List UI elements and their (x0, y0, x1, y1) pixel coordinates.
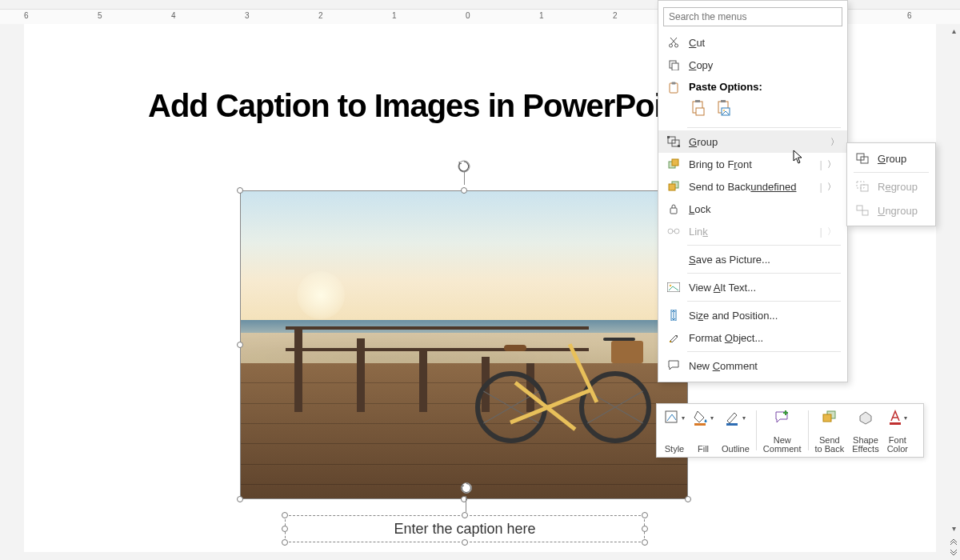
paste-use-destination-theme[interactable] (689, 98, 708, 118)
caption-rotate-connector (466, 496, 466, 512)
prev-slide-icon[interactable] (947, 534, 960, 547)
submenu-group[interactable]: Group {"p":"submenu.group","u":0} (847, 146, 935, 170)
svg-point-3 (675, 44, 678, 47)
menu-label: Link (689, 226, 708, 238)
group-icon (855, 151, 870, 166)
menu-label: Send to Backundefined (689, 181, 796, 193)
svg-point-0 (458, 161, 470, 172)
group-submenu: Group {"p":"submenu.group","u":0} Regrou… (846, 142, 936, 226)
menu-view-alt-text[interactable]: View Alt Text... {"p":"context_menu.alt_… (658, 276, 847, 298)
resize-handle-mr[interactable] (642, 526, 648, 532)
svg-point-29 (670, 285, 672, 287)
cut-icon (666, 35, 681, 50)
menu-cut[interactable]: Cut {"p":"context_menu.cut","u":0} (658, 31, 847, 54)
mini-new-comment[interactable]: New Comment (759, 406, 806, 455)
fill-icon (693, 410, 709, 426)
ruler-mark: 6 (907, 11, 912, 20)
ruler-mark: 6 (24, 11, 29, 20)
svg-rect-24 (669, 184, 675, 190)
resize-handle-bl[interactable] (282, 539, 288, 546)
resize-handle-br[interactable] (685, 496, 691, 502)
resize-handle-br[interactable] (642, 539, 648, 546)
shape-effects-icon (858, 410, 874, 426)
svg-point-1 (462, 483, 472, 494)
resize-handle-tl[interactable] (237, 187, 243, 194)
svg-point-31 (676, 335, 678, 337)
link-icon (666, 224, 681, 238)
ruler-mark: 4 (171, 11, 176, 20)
caption-textbox[interactable]: Enter the caption here (285, 515, 645, 542)
next-slide-icon[interactable] (947, 547, 960, 560)
selected-image[interactable] (240, 190, 688, 499)
mini-fill[interactable]: ▾ Fill (689, 406, 718, 455)
svg-line-5 (670, 38, 676, 44)
mini-font-color[interactable]: ▾ Font Color (883, 406, 912, 455)
svg-rect-20 (678, 145, 680, 147)
svg-line-4 (671, 38, 677, 44)
resize-handle-tm[interactable] (462, 512, 468, 518)
vertical-scrollbar[interactable]: ▴ ▾ (947, 24, 960, 560)
style-icon (664, 410, 680, 426)
menu-label: Save as Picture... (689, 254, 770, 266)
ruler-mark: 0 (466, 11, 470, 20)
menu-label: Copy (689, 59, 713, 71)
menu-label: Ungroup (878, 205, 918, 217)
dropdown-icon: ▾ (904, 414, 907, 422)
slide-title[interactable]: Add Caption to Images in PowerPoint (148, 88, 690, 124)
menu-lock[interactable]: Lock {"p":"context_menu.lock","u":0} (658, 198, 847, 220)
resize-handle-tl[interactable] (282, 512, 288, 518)
mini-label: Fill (698, 445, 709, 454)
svg-rect-19 (667, 136, 670, 138)
submenu-ungroup: Ungroup {"p":"submenu.ungroup","u":0} (847, 198, 935, 222)
caption-rotate-handle[interactable] (460, 482, 473, 494)
svg-rect-37 (862, 210, 868, 215)
resize-handle-ml[interactable] (282, 526, 288, 532)
copy-icon (666, 58, 681, 72)
send-back-icon (666, 179, 681, 194)
menu-size-and-position[interactable]: Size and Position... {"p":"context_menu.… (658, 304, 847, 326)
svg-rect-8 (670, 83, 678, 93)
svg-rect-7 (672, 63, 678, 70)
rotate-handle[interactable] (457, 159, 471, 174)
submenu-regroup: Regroup {"p":"submenu.regroup","u":1} (847, 174, 935, 198)
dropdown-icon: ▾ (682, 414, 685, 422)
mini-label: Style (665, 445, 684, 454)
menu-copy[interactable]: Copy {"p":"context_menu.copy","u":0} (658, 54, 847, 76)
menu-link: Link {"p":"context_menu.link","u":3} |〉 (658, 220, 847, 242)
split-button-divider[interactable]: |〉 (820, 158, 839, 170)
menu-format-object[interactable]: Format Object... {"p":"context_menu.form… (658, 326, 847, 349)
lock-icon (666, 202, 681, 216)
menu-label: Regroup (878, 181, 918, 193)
menu-label: Group (689, 136, 718, 148)
resize-handle-tm[interactable] (461, 187, 467, 194)
image-content (241, 191, 687, 498)
svg-point-16 (723, 110, 725, 111)
menu-group[interactable]: Group {"p":"context_menu.group","u":0} 〉 (658, 130, 847, 153)
resize-handle-tr[interactable] (642, 512, 648, 518)
menu-save-as-picture[interactable]: Save as Picture... {"p":"context_menu.sa… (658, 248, 847, 270)
menu-bring-to-front[interactable]: Bring to Front {"p":"context_menu.bring_… (658, 153, 847, 175)
mini-send-to-back[interactable]: Send to Back (811, 406, 849, 455)
format-object-icon (666, 330, 681, 345)
paste-picture[interactable] (714, 98, 734, 118)
split-button-divider[interactable]: |〉 (820, 181, 839, 193)
outline-icon (725, 410, 741, 426)
mini-shape-effects[interactable]: Shape Effects (848, 406, 882, 455)
scroll-down-icon[interactable]: ▾ (947, 522, 960, 534)
ruler-mark: 1 (539, 11, 544, 20)
dropdown-icon: ▾ (742, 414, 746, 422)
menu-new-comment[interactable]: New Comment {"p":"context_menu.new_comme… (658, 354, 847, 377)
scroll-up-icon[interactable]: ▴ (947, 24, 960, 37)
menu-send-to-back[interactable]: Send to Backundefined {"p":"context_menu… (658, 175, 847, 198)
svg-rect-42 (823, 414, 831, 422)
resize-handle-ml[interactable] (237, 342, 243, 348)
mini-outline[interactable]: ▾ Outline (718, 406, 754, 455)
mini-style[interactable]: ▾ Style (660, 406, 689, 455)
comment-icon (666, 358, 681, 373)
svg-rect-22 (672, 159, 678, 166)
resize-handle-bl[interactable] (237, 496, 243, 502)
menu-label: Size and Position... (689, 310, 778, 322)
svg-rect-14 (721, 100, 726, 102)
resize-handle-bm[interactable] (462, 539, 468, 546)
menu-search-input[interactable] (663, 7, 842, 26)
